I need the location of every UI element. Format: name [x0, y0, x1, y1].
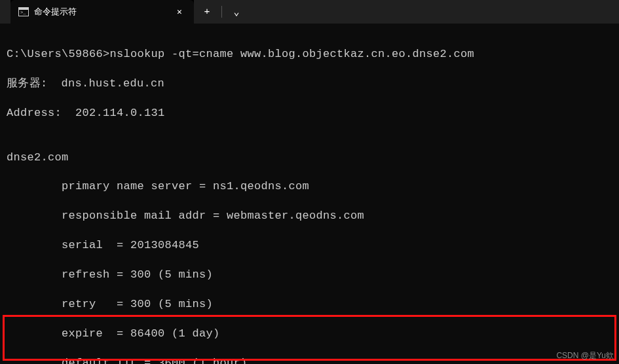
output-line: C:\Users\59866>nslookup -qt=cname www.bl… — [7, 47, 612, 62]
divider — [221, 6, 222, 18]
output-line: refresh = 300 (5 mins) — [7, 268, 612, 282]
output-line: serial = 2013084845 — [7, 238, 612, 253]
tab-strip-left — [0, 0, 10, 24]
output-line: 服务器: dns.hust.edu.cn — [7, 77, 612, 91]
output-line: dnse2.com — [7, 151, 612, 165]
output-line: responsible mail addr = webmaster.qeodns… — [7, 209, 612, 223]
output-line: Address: 202.114.0.131 — [7, 106, 612, 120]
terminal-output[interactable]: C:\Users\59866>nslookup -qt=cname www.bl… — [0, 24, 619, 364]
title-bar-actions: + ⌄ — [194, 0, 619, 24]
title-bar: 命令提示符 ✕ + ⌄ — [0, 0, 619, 24]
tab-dropdown-button[interactable]: ⌄ — [223, 0, 250, 24]
output-line: expire = 86400 (1 day) — [7, 327, 612, 341]
close-tab-button[interactable]: ✕ — [173, 5, 186, 18]
terminal-icon — [18, 7, 29, 16]
output-line: primary name server = ns1.qeodns.com — [7, 179, 612, 194]
watermark-text: CSDN @是Yu欸 — [556, 350, 614, 361]
new-tab-button[interactable]: + — [194, 0, 220, 24]
active-tab[interactable]: 命令提示符 ✕ — [10, 0, 194, 24]
output-line: retry = 300 (5 mins) — [7, 297, 612, 312]
tab-title: 命令提示符 — [34, 6, 141, 18]
output-line: default TTL = 3600 (1 hour) — [7, 356, 612, 364]
